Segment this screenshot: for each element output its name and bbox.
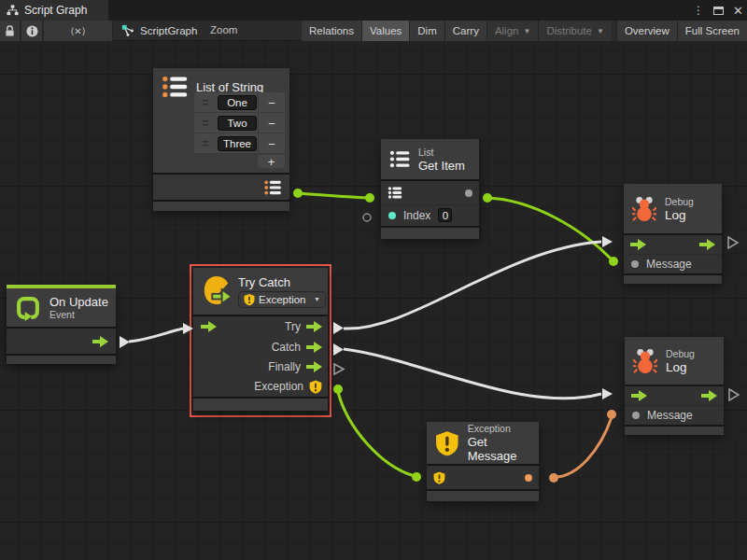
list-item-input[interactable]: One <box>218 95 257 110</box>
relations-button[interactable]: Relations <box>301 21 361 41</box>
exception-port-label: Exception <box>254 380 303 393</box>
try-port-label: Try <box>285 320 301 333</box>
node-title: Try Catch <box>238 275 326 289</box>
node-get-message[interactable]: Exception Get Message <box>427 422 539 501</box>
code-view-icon: ⟨✕⟩ <box>70 26 85 36</box>
flow-input-port[interactable] <box>201 321 217 332</box>
warning-shield-icon <box>435 429 459 457</box>
index-value-input[interactable]: 0 <box>438 208 452 222</box>
catch-port-label: Catch <box>272 341 301 354</box>
exception-type-dropdown[interactable]: Exception ▼ <box>238 291 326 308</box>
remove-item-button[interactable]: − <box>258 92 285 113</box>
full-screen-button[interactable]: Full Screen <box>677 21 747 41</box>
message-input-port[interactable] <box>631 260 639 268</box>
exception-output-port[interactable] <box>309 380 322 394</box>
node-title: Log <box>666 360 695 374</box>
drag-handle[interactable]: = <box>194 96 217 109</box>
string-list-editor: = One − = Two − = Three − + <box>194 92 285 154</box>
align-dropdown[interactable]: Align ▼ <box>486 21 539 41</box>
distribute-dropdown[interactable]: Distribute ▼ <box>538 21 612 41</box>
flow-output-port[interactable] <box>699 239 715 250</box>
node-title: Get Message <box>468 435 539 463</box>
chevron-down-icon: ▼ <box>314 296 320 302</box>
close-icon[interactable]: ✕ <box>733 5 743 17</box>
node-debug-log-top[interactable]: Debug Log Message <box>624 184 722 284</box>
on-update-loop-icon <box>15 295 41 321</box>
try-flow-output-port[interactable] <box>306 321 322 332</box>
node-try-catch[interactable]: Try Catch Exception ▼ <box>193 268 328 411</box>
add-item-button[interactable]: + <box>258 154 285 168</box>
flow-input-port[interactable] <box>630 239 646 250</box>
node-on-update[interactable]: On Update Event <box>7 285 116 364</box>
info-icon <box>26 25 38 37</box>
info-button[interactable] <box>21 21 43 41</box>
item-output-port[interactable] <box>465 189 472 197</box>
catch-flow-output-port[interactable] <box>306 342 322 353</box>
lock-icon <box>5 25 15 37</box>
list-item-input[interactable]: Three <box>218 136 257 151</box>
index-label: Index <box>403 209 430 222</box>
flow-output-port[interactable] <box>92 336 108 347</box>
message-input-port[interactable] <box>632 412 640 419</box>
list-icon <box>162 76 188 98</box>
drag-handle[interactable]: = <box>194 117 217 130</box>
list-item-row: = Three − <box>194 133 285 154</box>
node-category: Debug <box>665 196 694 208</box>
script-graph-window: Script Graph ⋮ ✕ ⟨✕⟩ <box>0 0 747 560</box>
remove-item-button[interactable]: − <box>258 113 285 133</box>
zoom-label: Zoom <box>210 24 237 35</box>
dropdown-value: Exception <box>259 294 306 305</box>
title-bar: Script Graph ⋮ ✕ <box>0 0 747 21</box>
window-menu-icon[interactable]: ⋮ <box>693 4 704 17</box>
maximize-icon[interactable] <box>713 7 724 15</box>
bug-icon <box>632 195 656 223</box>
finally-flow-output-port[interactable] <box>306 361 322 372</box>
bug-icon <box>633 347 657 375</box>
list-item-row: = Two − <box>194 113 285 133</box>
list-item-input[interactable]: Two <box>218 116 257 131</box>
message-label: Message <box>646 258 692 271</box>
script-graph-icon <box>121 24 134 37</box>
lock-button[interactable] <box>0 21 21 41</box>
carry-button[interactable]: Carry <box>444 21 486 41</box>
overview-button[interactable]: Overview <box>616 21 677 41</box>
chevron-down-icon: ▼ <box>523 27 530 35</box>
node-title: Get Item <box>418 159 465 173</box>
node-debug-log-bottom[interactable]: Debug Log Message <box>625 337 724 435</box>
list-icon <box>389 150 410 168</box>
list-item-row: = One − <box>194 92 285 113</box>
node-category: Exception <box>468 423 539 435</box>
node-list-of-string[interactable]: List of String = One − = Two − = Three − <box>153 68 289 211</box>
breadcrumb-label: ScriptGraph <box>140 25 197 36</box>
flow-input-port[interactable] <box>631 390 647 401</box>
node-category: List <box>418 147 465 159</box>
tab-title: Script Graph <box>24 4 87 17</box>
flow-output-port[interactable] <box>701 390 717 401</box>
graph-toolbar: ⟨✕⟩ ScriptGraph Zoom 1x Relations Values… <box>0 21 747 41</box>
try-catch-icon <box>202 275 232 307</box>
node-category: Event <box>49 309 108 321</box>
dim-button[interactable]: Dim <box>409 21 444 41</box>
index-input-port[interactable] <box>388 212 396 219</box>
remove-item-button[interactable]: − <box>258 133 285 154</box>
list-output-port[interactable] <box>263 180 282 195</box>
finally-port-label: Finally <box>268 360 301 373</box>
chevron-down-icon: ▼ <box>597 27 604 35</box>
values-button[interactable]: Values <box>361 21 409 41</box>
drag-handle[interactable]: = <box>194 137 217 150</box>
list-input-port[interactable] <box>388 187 402 199</box>
node-category: Debug <box>666 348 695 360</box>
breadcrumb[interactable]: ScriptGraph <box>121 21 197 41</box>
message-label: Message <box>647 409 693 422</box>
message-output-port[interactable] <box>525 474 532 482</box>
node-get-item[interactable]: List Get Item Index 0 <box>381 139 479 239</box>
exception-input-port[interactable] <box>433 471 445 484</box>
node-title: On Update <box>49 295 108 309</box>
warning-shield-icon <box>244 293 255 306</box>
graph-hierarchy-icon <box>7 5 19 16</box>
code-view-button[interactable]: ⟨✕⟩ <box>44 21 113 41</box>
node-title: Log <box>665 208 694 222</box>
tab-script-graph[interactable]: Script Graph <box>0 0 108 21</box>
